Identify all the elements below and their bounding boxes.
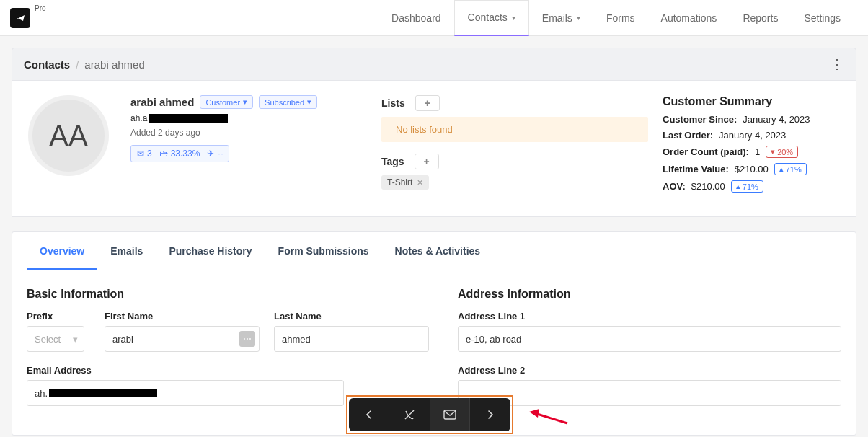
nav-dashboard[interactable]: Dashboard [378, 0, 454, 36]
breadcrumb-root[interactable]: Contacts [24, 58, 70, 71]
breadcrumb-sep: / [76, 58, 79, 71]
nav-emails-label: Emails [542, 12, 572, 24]
floating-actions [349, 398, 510, 431]
subscribed-badge[interactable]: Subscribed▾ [259, 95, 317, 109]
up-icon: ▴ [779, 164, 784, 174]
caret-down-icon: ▾ [243, 97, 247, 107]
contact-left: AA arabi ahmed Customer▾ Subscribed▾ ah.… [28, 95, 367, 198]
orders-pct-badge: ▾20% [766, 146, 798, 158]
orders-pct: 20% [777, 148, 793, 156]
down-icon: ▾ [771, 147, 775, 156]
floating-actions-highlight [346, 395, 513, 434]
tab-notes-activities[interactable]: Notes & Activities [382, 232, 494, 270]
chevron-down-icon: ▾ [73, 334, 78, 345]
phone-off-button[interactable] [389, 398, 430, 431]
since-label: Customer Since: [663, 114, 737, 125]
email-redacted [149, 114, 228, 123]
logo-pro-badge: Pro [35, 4, 46, 12]
contact-email: ah.a [130, 113, 317, 123]
first-name-input[interactable] [105, 326, 260, 352]
chevron-down-icon: ▾ [512, 14, 515, 22]
more-icon[interactable]: ⋯ [239, 331, 255, 347]
nav-forms[interactable]: Forms [593, 0, 648, 36]
nav-reports-label: Reports [743, 12, 778, 24]
next-button[interactable] [470, 398, 510, 431]
lifetime-val: $210.00 [735, 164, 769, 175]
more-actions-button[interactable]: ⋮ [830, 57, 844, 71]
add-tag-button[interactable]: + [415, 154, 439, 169]
no-lists-message: No lists found [381, 117, 648, 142]
nav-dashboard-label: Dashboard [391, 12, 441, 24]
annotation-arrow [528, 407, 571, 429]
customer-badge[interactable]: Customer▾ [200, 95, 253, 109]
up-icon: ▴ [736, 182, 740, 191]
contact-card: AA arabi ahmed Customer▾ Subscribed▾ ah.… [12, 81, 856, 217]
lifetime-pct: 71% [786, 165, 802, 174]
tabs-row: Overview Emails Purchase History Form Su… [12, 232, 856, 270]
stat-send-val: -- [217, 149, 223, 159]
address-info-section: Address Information Address Line 1 Addre… [458, 288, 841, 406]
email-input[interactable]: ah. [27, 380, 344, 406]
nav-automations[interactable]: Automations [648, 0, 730, 36]
prefix-select[interactable]: Select ▾ [27, 326, 84, 352]
svg-marker-3 [529, 409, 539, 418]
nav-emails[interactable]: Emails▾ [529, 0, 593, 36]
tab-form-submissions[interactable]: Form Submissions [265, 232, 382, 270]
stat-mail: ✉3 [137, 149, 152, 159]
last-name-input[interactable] [274, 326, 429, 352]
breadcrumb-name: arabi ahmed [84, 58, 144, 71]
tab-emails[interactable]: Emails [97, 232, 156, 270]
add-list-button[interactable]: + [415, 95, 440, 111]
send-icon: ✈ [207, 149, 214, 159]
last-name-label: Last Name [274, 311, 429, 322]
addr1-input[interactable] [458, 326, 841, 352]
addr2-input[interactable] [458, 380, 841, 406]
tags-label: Tags [381, 156, 404, 167]
customer-summary: Customer Summary Customer Since: January… [663, 95, 840, 198]
folder-icon: 🗁 [159, 149, 168, 159]
tag-label: T-Shirt [387, 177, 412, 187]
subscribed-badge-label: Subscribed [265, 98, 304, 107]
email-val-redacted [49, 389, 157, 397]
aov-val: $210.00 [691, 181, 725, 192]
nav-settings-label: Settings [804, 12, 841, 24]
stat-open-val: 33.33% [171, 149, 200, 159]
addr1-label: Address Line 1 [458, 311, 841, 322]
nav-settings[interactable]: Settings [791, 0, 854, 36]
lifetime-label: Lifetime Value: [663, 164, 729, 175]
contact-mid: Lists + No lists found Tags + T-Shirt ✕ [381, 95, 648, 198]
prev-button[interactable] [349, 398, 389, 431]
email-prefix: ah.a [130, 113, 147, 123]
email-label: Email Address [27, 365, 344, 376]
email-val-prefix: ah. [35, 388, 48, 399]
page-container: Contacts / arabi ahmed ⋮ AA arabi ahmed … [0, 36, 868, 437]
remove-tag-icon[interactable]: ✕ [417, 178, 423, 187]
since-val: January 4, 2023 [743, 114, 810, 125]
stat-mail-val: 3 [147, 149, 152, 159]
breadcrumb: Contacts / arabi ahmed ⋮ [12, 48, 856, 81]
address-info-title: Address Information [458, 288, 841, 301]
aov-pct: 71% [743, 182, 758, 191]
mail-button[interactable] [430, 398, 470, 431]
svg-rect-1 [444, 410, 456, 419]
aov-pct-badge: ▴71% [731, 180, 763, 193]
contact-stats: ✉3 🗁33.33% ✈-- [130, 145, 229, 162]
prefix-label: Prefix [27, 311, 90, 322]
nav-contacts[interactable]: Contacts▾ [454, 0, 529, 36]
lists-label: Lists [381, 97, 405, 109]
last-order-val: January 4, 2023 [719, 130, 786, 141]
tab-overview[interactable]: Overview [27, 232, 97, 270]
first-name-label: First Name [105, 311, 260, 322]
nav-automations-label: Automations [661, 12, 717, 24]
stat-open-rate: 🗁33.33% [159, 149, 200, 159]
nav-reports[interactable]: Reports [730, 0, 791, 36]
prefix-placeholder: Select [35, 334, 61, 345]
contact-name: arabi ahmed [130, 96, 194, 108]
avatar: AA [28, 95, 109, 176]
addr2-label: Address Line 2 [458, 365, 841, 376]
caret-down-icon: ▾ [307, 97, 311, 107]
app-logo[interactable] [10, 8, 30, 28]
orders-val: 1 [755, 146, 760, 157]
tag-chip[interactable]: T-Shirt ✕ [381, 175, 429, 190]
tab-purchase-history[interactable]: Purchase History [156, 232, 265, 270]
